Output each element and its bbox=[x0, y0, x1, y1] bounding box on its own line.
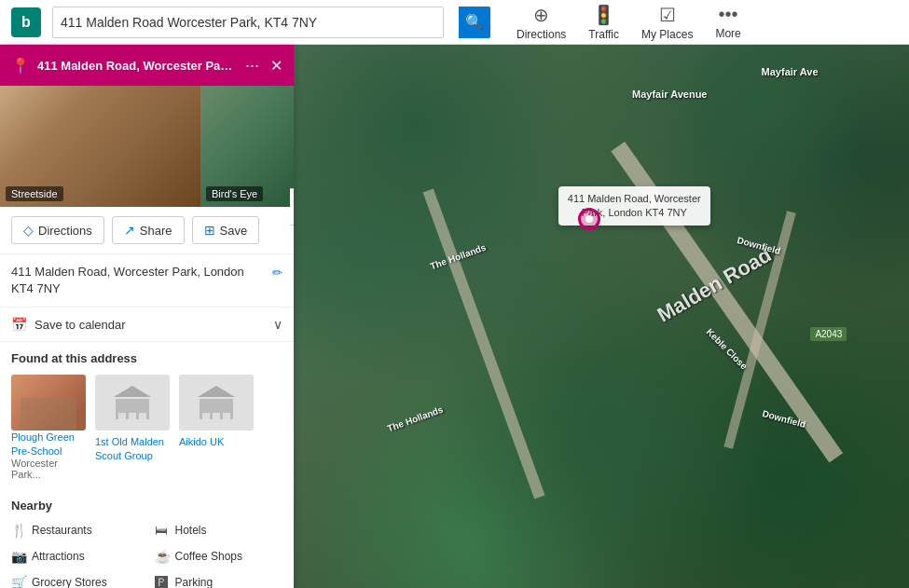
map-container[interactable]: Mayfair Avenue Mayfair Ave Malden Road T… bbox=[294, 45, 909, 588]
save-button[interactable]: ⊞ Save bbox=[192, 216, 260, 244]
place-card-aikido[interactable]: Aikido UK bbox=[179, 375, 254, 480]
nav-traffic-label: Traffic bbox=[588, 28, 619, 41]
nav-my-places-label: My Places bbox=[641, 28, 693, 41]
calendar-label: Save to calendar bbox=[34, 318, 266, 332]
directions-button[interactable]: ◇ Directions bbox=[11, 216, 104, 244]
aikido-thumbnail bbox=[179, 375, 254, 431]
streetside-photo[interactable]: Streetside bbox=[0, 86, 200, 207]
scouts-thumbnail bbox=[95, 375, 170, 431]
place-card-scouts[interactable]: 1st Old Malden Scout Group bbox=[95, 375, 170, 480]
location-pin-icon: 📍 bbox=[11, 57, 30, 75]
share-button-icon: ↗ bbox=[124, 223, 135, 238]
sidebar-collapse-button[interactable]: ‹ bbox=[290, 188, 294, 226]
building-window bbox=[213, 413, 220, 419]
nearby-hotels-label: Hotels bbox=[175, 524, 207, 537]
nav-directions-label: Directions bbox=[516, 28, 566, 41]
preschool-thumbnail bbox=[11, 375, 86, 431]
aerial-label: Bird's Eye bbox=[206, 186, 263, 201]
save-button-label: Save bbox=[220, 224, 248, 238]
bing-logo: b bbox=[11, 7, 41, 37]
a2043-road-badge: A2043 bbox=[810, 327, 847, 341]
nearby-title: Nearby bbox=[11, 499, 282, 513]
nearby-attractions-label: Attractions bbox=[32, 550, 85, 563]
action-buttons: ◇ Directions ↗ Share ⊞ Save bbox=[0, 207, 294, 254]
nearby-restaurants[interactable]: 🍴 Restaurants bbox=[11, 520, 140, 540]
save-button-icon: ⊞ bbox=[204, 223, 215, 238]
search-box-container bbox=[52, 7, 444, 38]
nav-directions[interactable]: ⊕ Directions bbox=[516, 4, 566, 41]
location-header: 📍 411 Malden Road, Worcester Park, L... … bbox=[0, 45, 294, 86]
found-at-address-title: Found at this address bbox=[11, 351, 282, 365]
sidebar-close-button[interactable]: ✕ bbox=[270, 57, 282, 75]
found-at-address-section: Found at this address Plough Green Pre-S… bbox=[0, 342, 294, 489]
my-places-icon: ☑ bbox=[659, 4, 676, 26]
map-satellite-view: Mayfair Avenue Mayfair Ave Malden Road T… bbox=[294, 45, 909, 588]
traffic-icon: 🚦 bbox=[592, 4, 615, 26]
pin-circle bbox=[578, 208, 600, 230]
attractions-icon: 📷 bbox=[11, 549, 26, 564]
address-text: 411 Malden Road, Worcester Park, London … bbox=[11, 264, 265, 297]
callout-line1: 411 Malden Road, Worcester bbox=[568, 193, 701, 204]
nearby-restaurants-label: Restaurants bbox=[32, 524, 92, 537]
hotel-icon: 🛏 bbox=[155, 523, 170, 538]
building-window bbox=[118, 413, 126, 419]
nav-more[interactable]: ••• More bbox=[715, 4, 740, 40]
building-window bbox=[202, 413, 210, 419]
downfield-road-overlay bbox=[723, 211, 796, 449]
mayfair-avenue-label: Mayfair Avenue bbox=[632, 89, 708, 100]
directions-button-label: Directions bbox=[38, 224, 92, 238]
nearby-grocery-stores[interactable]: 🛒 Grocery Stores bbox=[11, 572, 140, 588]
scouts-name: 1st Old Malden Scout Group bbox=[95, 435, 170, 462]
building-roof bbox=[114, 386, 151, 397]
search-input[interactable] bbox=[61, 15, 435, 30]
nearby-hotels[interactable]: 🛏 Hotels bbox=[155, 520, 283, 540]
building-icon bbox=[198, 386, 235, 419]
preschool-name: Plough Green Pre-School bbox=[11, 431, 86, 458]
the-hollands-label2: The Hollands bbox=[386, 404, 445, 434]
nav-traffic[interactable]: 🚦 Traffic bbox=[588, 4, 619, 41]
search-button[interactable]: 🔍 bbox=[459, 7, 490, 38]
photos-row: Streetside Bird's Eye bbox=[0, 86, 294, 207]
nearby-section: Nearby 🍴 Restaurants 🛏 Hotels 📷 Attracti… bbox=[0, 489, 294, 588]
share-button[interactable]: ↗ Share bbox=[112, 216, 185, 244]
coffee-icon: ☕ bbox=[155, 549, 170, 564]
aerial-photo-side: Bird's Eye bbox=[200, 86, 294, 207]
places-row: Plough Green Pre-School Worcester Park..… bbox=[11, 375, 282, 480]
top-nav: ⊕ Directions 🚦 Traffic ☑ My Places ••• M… bbox=[516, 4, 741, 41]
aikido-name: Aikido UK bbox=[179, 435, 254, 448]
calendar-chevron-icon: ∨ bbox=[273, 317, 282, 332]
nearby-grid: 🍴 Restaurants 🛏 Hotels 📷 Attractions ☕ C… bbox=[11, 520, 282, 588]
map-pin[interactable] bbox=[578, 208, 600, 230]
nearby-grocery-stores-label: Grocery Stores bbox=[32, 576, 107, 588]
location-options-button[interactable]: ··· bbox=[245, 56, 259, 75]
nearby-coffee-shops[interactable]: ☕ Coffee Shops bbox=[155, 546, 283, 567]
save-to-calendar-button[interactable]: 📅 Save to calendar ∨ bbox=[0, 308, 294, 342]
building-window bbox=[223, 413, 230, 419]
building-roof bbox=[198, 386, 235, 397]
restaurant-icon: 🍴 bbox=[11, 523, 26, 538]
building-window bbox=[129, 413, 136, 419]
address-section: 411 Malden Road, Worcester Park, London … bbox=[0, 254, 294, 308]
nearby-attractions[interactable]: 📷 Attractions bbox=[11, 546, 140, 567]
location-title: 411 Malden Road, Worcester Park, L... bbox=[37, 59, 234, 73]
nearby-parking-label: Parking bbox=[175, 576, 213, 588]
directions-icon: ⊕ bbox=[533, 4, 549, 26]
aerial-photo[interactable]: Bird's Eye bbox=[200, 86, 294, 207]
building-body bbox=[116, 399, 149, 419]
parking-icon: 🅿 bbox=[155, 575, 170, 588]
edit-address-button[interactable]: ✏ bbox=[272, 266, 282, 280]
nearby-coffee-shops-label: Coffee Shops bbox=[175, 550, 243, 563]
nearby-parking[interactable]: 🅿 Parking bbox=[155, 572, 283, 588]
grocery-icon: 🛒 bbox=[11, 575, 26, 588]
sidebar: 📍 411 Malden Road, Worcester Park, L... … bbox=[0, 45, 294, 588]
more-icon: ••• bbox=[719, 4, 738, 25]
directions-button-icon: ◇ bbox=[23, 223, 34, 238]
building-body bbox=[200, 399, 233, 419]
nav-my-places[interactable]: ☑ My Places bbox=[641, 4, 693, 41]
main-layout: 📍 411 Malden Road, Worcester Park, L... … bbox=[0, 45, 909, 588]
nav-more-label: More bbox=[715, 27, 740, 40]
preschool-sub: Worcester Park... bbox=[11, 458, 86, 480]
share-button-label: Share bbox=[140, 224, 172, 238]
building-window bbox=[139, 413, 146, 419]
place-card-preschool[interactable]: Plough Green Pre-School Worcester Park..… bbox=[11, 375, 86, 480]
